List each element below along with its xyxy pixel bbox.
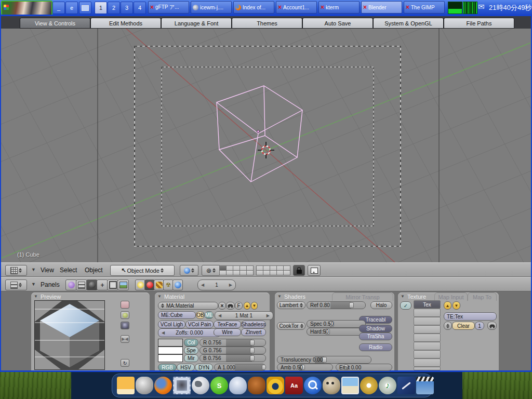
texture-slot-9[interactable] [414, 367, 441, 370]
wire-toggle[interactable]: Wire [214, 328, 241, 336]
dock-icon-drive[interactable] [117, 377, 135, 394]
draw-mode-dropdown[interactable] [180, 265, 198, 276]
prefs-tab-themes[interactable]: Themes [232, 18, 302, 29]
ref-slider[interactable]: Ref 0.80 [307, 301, 366, 309]
lock-layers-button[interactable] [293, 265, 305, 276]
texture-browse-dropdown[interactable] [444, 322, 452, 330]
shadeless-toggle[interactable]: Shadeless [241, 321, 266, 328]
render-preview-button[interactable] [308, 265, 321, 276]
prefs-tab-language-font[interactable]: Language & Font [161, 18, 232, 29]
material-panel-header[interactable]: ▼ Material [155, 292, 270, 301]
shading-context-button[interactable] [86, 280, 98, 290]
preview-cube-button[interactable] [121, 322, 129, 329]
layer-14[interactable] [240, 270, 247, 275]
clear-button[interactable]: Clear [452, 322, 475, 330]
specular-color-swatch[interactable] [158, 347, 183, 354]
texture-slot-6[interactable] [414, 342, 441, 350]
layer-20[interactable] [283, 270, 290, 275]
task-gftp[interactable]: × gFTP ア... [148, 1, 189, 14]
texture-up-button[interactable]: ▲ [444, 301, 451, 310]
task-blender[interactable]: × Blender [361, 1, 402, 14]
texture-slot-1[interactable]: Tex [414, 300, 441, 309]
script-context-button[interactable] [76, 280, 87, 290]
editor-type-selector[interactable] [5, 280, 27, 290]
amb-slider[interactable]: Amb 0.50 [277, 364, 333, 371]
layer-buttons-group1[interactable] [219, 265, 253, 275]
texface-toggle[interactable]: TexFace [214, 321, 241, 328]
shaders-panel-header[interactable]: ▼ Shaders Mirror Transp [275, 292, 394, 301]
dock-icon-draw-cd[interactable] [360, 377, 378, 394]
collapse-triangle-icon[interactable]: ▼ [401, 294, 405, 299]
hard-slider[interactable]: Hard:50 [307, 328, 366, 336]
dock-icon-games[interactable] [136, 377, 153, 394]
zoffs-field[interactable]: ◀ Zoffs: 0.000 ▶ [158, 328, 221, 337]
hsv-button[interactable]: HSV [177, 364, 195, 371]
translucency-slider[interactable]: Translucency 0.00 [277, 356, 371, 364]
layer-18[interactable] [270, 270, 277, 275]
workspace-1-button[interactable]: 1 [95, 2, 107, 14]
workspace-3-button[interactable]: 3 [121, 2, 133, 14]
header-collapse-icon[interactable]: ▼ [31, 282, 36, 287]
shadow-toggle[interactable]: Shadow [359, 325, 392, 332]
unlink-material-button[interactable]: × [218, 302, 226, 310]
task-account[interactable]: × Account1... [276, 1, 317, 14]
mode-dropdown[interactable]: ↖ Object Mode [110, 265, 175, 276]
workspace-4-button[interactable]: 4 [134, 2, 146, 14]
texture-slot-2[interactable] [414, 309, 441, 317]
radiosity-subcontext-button[interactable]: ☢ [163, 280, 174, 290]
preview-panel-header[interactable]: ▼ Preview [31, 292, 150, 301]
mail-icon[interactable]: ✉ [478, 2, 485, 11]
me-toggle-button[interactable]: ME [205, 311, 214, 319]
layer-buttons-group2[interactable] [256, 265, 290, 275]
pivot-dropdown[interactable]: ⊕ [202, 265, 220, 276]
map-to-tab[interactable]: Map To [468, 292, 497, 301]
layer-15[interactable] [246, 270, 254, 275]
texture-down-button[interactable]: ▼ [453, 301, 460, 310]
world-subcontext-button[interactable] [172, 280, 183, 290]
layer-13[interactable] [233, 270, 240, 275]
g-slider[interactable]: G 0.756 [200, 347, 266, 354]
prefs-tab-view-controls[interactable]: View & Controls [20, 18, 90, 29]
b-slider[interactable]: B 0.756 [200, 354, 266, 362]
task-icewm[interactable]: icewm-j.... [191, 1, 232, 14]
texture-channel-checkbox[interactable]: ✓ [400, 301, 411, 310]
dock-icon-spotlight[interactable] [304, 377, 322, 394]
dock-icon-firefox[interactable] [154, 377, 172, 394]
editor-type-selector[interactable] [5, 265, 27, 276]
header-collapse-icon[interactable]: ▼ [31, 267, 36, 272]
collapse-triangle-icon[interactable]: ▼ [34, 294, 38, 299]
start-menu-button[interactable] [1, 1, 52, 16]
diffuse-shader-dropdown[interactable]: Lambert [277, 301, 305, 309]
texture-slot-8[interactable] [414, 358, 441, 367]
layer-17[interactable] [263, 270, 270, 275]
collapse-triangle-icon[interactable]: ▼ [157, 294, 162, 299]
layer-12[interactable] [226, 270, 233, 275]
viewport-3d[interactable]: (1) Cube [1, 29, 531, 262]
diffuse-color-swatch[interactable] [158, 339, 183, 347]
texture-slot-5[interactable] [414, 334, 441, 342]
terminal-quicklaunch-button[interactable] [79, 2, 91, 14]
texture-users-count[interactable]: 1 [475, 322, 484, 330]
scene-context-button[interactable] [117, 280, 129, 290]
texture-subcontext-button[interactable] [154, 280, 164, 290]
dyn-button[interactable]: DYN [195, 364, 213, 371]
dock-icon-photos[interactable] [341, 377, 359, 394]
task-gimp[interactable]: × The GIMP [404, 1, 445, 14]
material-up-button[interactable]: ▲ [244, 302, 250, 310]
halo-toggle[interactable]: Halo [370, 301, 392, 309]
preview-monkey-button[interactable]: ▶◀ [121, 335, 129, 343]
menu-object[interactable]: Object [85, 267, 103, 274]
collapse-triangle-icon[interactable]: ▼ [277, 294, 282, 299]
dock-icon-toy-bull[interactable] [248, 377, 265, 394]
frame-counter[interactable]: ◀ 1 ▶ [197, 280, 236, 290]
mesh-name-field[interactable]: ME:Cube [158, 311, 196, 319]
alpha-slider[interactable]: A 1.000 [214, 364, 266, 371]
layer-19[interactable] [276, 270, 284, 275]
workspace-2-button[interactable]: 2 [108, 2, 120, 14]
show-desktop-button[interactable]: _ [52, 2, 65, 14]
vcol-light-toggle[interactable]: VCol Ligh [158, 321, 185, 328]
texture-panel-header[interactable]: ▼ Texture Map Input Map To [398, 292, 499, 301]
dock-icon-skype[interactable]: S [210, 377, 228, 394]
emit-slider[interactable]: Emit 0.00 [336, 364, 392, 371]
mir-button[interactable]: Mir [184, 354, 198, 362]
